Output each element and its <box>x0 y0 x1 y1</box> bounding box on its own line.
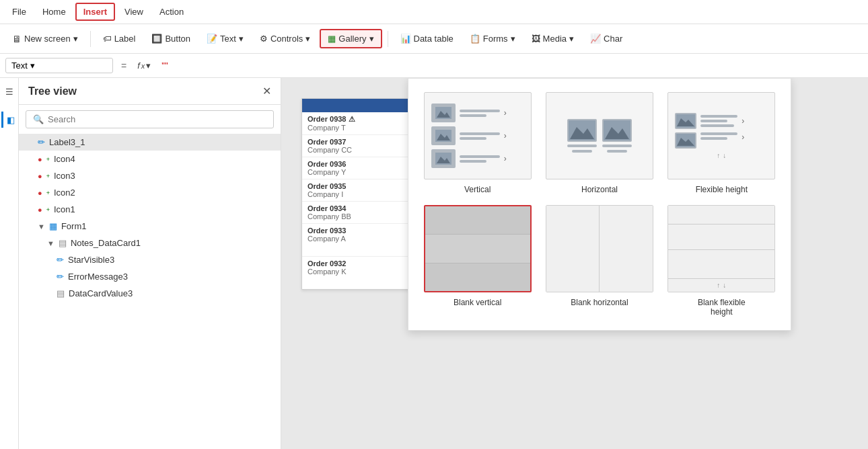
blank-vertical-label: Blank vertical <box>454 298 501 307</box>
new-screen-chevron: ▾ <box>73 34 78 44</box>
tree-close-button[interactable]: ✕ <box>262 85 271 97</box>
datacard-icon: ▤ <box>59 238 67 248</box>
tree-header: Tree view ✕ <box>19 78 281 105</box>
tree-items: ✏ Label3_1 ● + Icon4 ● + Icon3 ● + Icon2 <box>19 134 281 449</box>
icon2-plus: + <box>46 190 50 196</box>
gallery-item-blank-flexible-height[interactable]: ↑ ↓ Blank flexible height <box>666 205 777 317</box>
icon1-icon: ● <box>38 206 42 214</box>
blank-horizontal-thumb <box>546 205 653 292</box>
menu-file[interactable]: File <box>5 4 33 19</box>
search-icon: 🔍 <box>33 114 44 124</box>
chart-icon: 📈 <box>590 34 601 44</box>
toolbar-sep-1 <box>90 31 91 47</box>
media-chevron: ▾ <box>569 34 574 44</box>
horizontal-thumb <box>546 92 653 179</box>
errormessage-icon: ✏ <box>57 272 64 282</box>
formula-fx[interactable]: fx ▾ <box>135 60 153 71</box>
blank-flexible-height-thumb: ↑ ↓ <box>667 205 775 292</box>
tree-item-datacardvalue3[interactable]: ▤ DataCardValue3 <box>19 285 281 302</box>
controls-chevron: ▾ <box>305 34 310 44</box>
text-button[interactable]: 📝 Text ▾ <box>200 30 250 47</box>
data-table-icon: 📊 <box>400 34 411 44</box>
menu-insert[interactable]: Insert <box>75 3 115 21</box>
label-button[interactable]: 🏷 Label <box>96 30 143 47</box>
left-sidebar: ☰ ◧ <box>0 78 19 449</box>
tree-item-icon1[interactable]: ● + Icon1 <box>19 201 281 218</box>
layers-icon[interactable]: ◧ <box>1 112 17 128</box>
gallery-button[interactable]: ▦ Gallery ▾ <box>320 29 382 48</box>
controls-icon: ⚙ <box>260 34 268 44</box>
form1-expand: ▼ <box>38 222 45 231</box>
tree-item-starvisible3[interactable]: ✏ StarVisible3 <box>19 251 281 268</box>
icon1-plus: + <box>46 206 50 213</box>
forms-button[interactable]: 📋 Forms ▾ <box>463 30 522 47</box>
form1-icon: ▦ <box>49 221 57 231</box>
horizontal-label: Horizontal <box>581 185 618 194</box>
tree-search-box[interactable]: 🔍 <box>26 110 274 128</box>
tree-item-icon: ✏ <box>38 137 45 147</box>
tree-item-icon2[interactable]: ● + Icon2 <box>19 184 281 201</box>
tree-title: Tree view <box>28 85 77 97</box>
menu-action[interactable]: Action <box>153 4 190 19</box>
tree-item-notes-datacard1[interactable]: ▼ ▤ Notes_DataCard1 <box>19 235 281 251</box>
canvas-area[interactable]: Order 0938 ⚠ Company T Invo $ 2,878 Orde… <box>281 78 868 449</box>
gallery-item-blank-horizontal[interactable]: Blank horizontal <box>544 205 655 317</box>
gallery-dropdown[interactable]: › › › <box>408 78 791 331</box>
flexible-height-label: Flexible height <box>696 185 748 194</box>
gallery-item-vertical[interactable]: › › › <box>422 92 533 194</box>
blank-flexible-height-label: Blank flexible height <box>698 298 746 317</box>
blank-vertical-thumb <box>424 205 532 292</box>
gallery-item-blank-vertical[interactable]: Blank vertical <box>422 205 533 317</box>
icon3-icon: ● <box>38 172 42 180</box>
toolbar: 🖥 New screen ▾ 🏷 Label 🔲 Button 📝 Text ▾… <box>0 24 868 54</box>
starvisible-icon: ✏ <box>57 255 64 265</box>
formula-value: "" <box>159 60 170 71</box>
media-icon: 🖼 <box>532 34 540 44</box>
hamburger-icon[interactable]: ☰ <box>1 83 17 99</box>
toolbar-sep-2 <box>388 31 388 47</box>
new-screen-button[interactable]: 🖥 New screen ▾ <box>5 30 85 48</box>
property-chevron: ▾ <box>30 60 35 71</box>
menu-bar: File Home Insert View Action <box>0 0 868 24</box>
data-table-button[interactable]: 📊 Data table <box>394 30 460 47</box>
forms-chevron: ▾ <box>511 34 515 44</box>
new-screen-icon: 🖥 <box>12 34 22 44</box>
button-icon: 🔲 <box>151 34 162 44</box>
fx-chevron: ▾ <box>146 60 151 71</box>
media-button[interactable]: 🖼 Media ▾ <box>525 30 581 47</box>
label-icon: 🏷 <box>103 34 112 44</box>
icon2-icon: ● <box>38 189 42 197</box>
gallery-icon: ▦ <box>328 34 336 44</box>
gallery-item-horizontal[interactable]: Horizontal <box>544 92 655 194</box>
datacardvalue-icon: ▤ <box>57 288 65 298</box>
tree-item-form1[interactable]: ▼ ▦ Form1 <box>19 218 281 235</box>
tree-panel: Tree view ✕ 🔍 ✏ Label3_1 ● + Icon4 ● + I <box>19 78 281 449</box>
tree-item-icon3[interactable]: ● + Icon3 <box>19 167 281 184</box>
flexible-height-thumb: › › ↑ ↓ <box>667 92 775 179</box>
icon3-plus: + <box>46 173 50 179</box>
search-input[interactable] <box>48 114 266 124</box>
menu-view[interactable]: View <box>118 4 150 19</box>
icon4-plus: + <box>46 156 50 163</box>
chart-button[interactable]: 📈 Char <box>583 30 629 47</box>
controls-button[interactable]: ⚙ Controls ▾ <box>253 30 317 47</box>
datacard-expand: ▼ <box>47 239 55 247</box>
vertical-thumb: › › › <box>424 92 532 179</box>
gallery-item-flexible-height[interactable]: › › ↑ ↓ <box>666 92 777 194</box>
main-content: ☰ ◧ Tree view ✕ 🔍 ✏ Label3_1 ● + Icon4 <box>0 78 868 449</box>
text-chevron: ▾ <box>239 34 244 44</box>
button-button[interactable]: 🔲 Button <box>145 30 197 47</box>
tree-item-icon4[interactable]: ● + Icon4 <box>19 151 281 167</box>
blank-horizontal-label: Blank horizontal <box>571 298 628 307</box>
icon4-icon: ● <box>38 155 42 163</box>
tree-item-errormessage3[interactable]: ✏ ErrorMessage3 <box>19 268 281 285</box>
gallery-grid: › › › <box>408 79 791 330</box>
forms-icon: 📋 <box>470 34 480 44</box>
formula-eq: = <box>118 60 129 71</box>
gallery-chevron: ▾ <box>369 34 374 44</box>
menu-home[interactable]: Home <box>36 4 73 19</box>
text-icon: 📝 <box>207 34 217 44</box>
vertical-label: Vertical <box>464 185 491 194</box>
tree-item-label3-1[interactable]: ✏ Label3_1 <box>19 134 281 151</box>
property-selector[interactable]: Text ▾ <box>5 58 113 73</box>
